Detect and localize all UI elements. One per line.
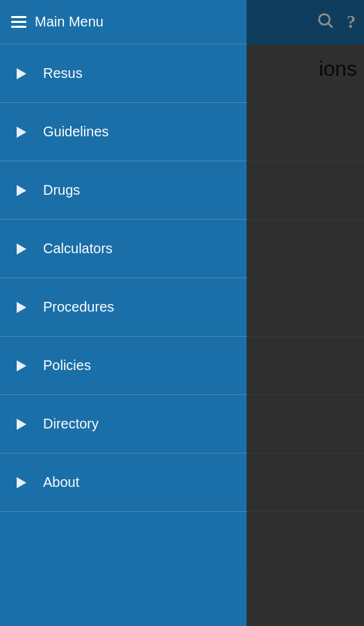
menu-label-guidelines: Guidelines xyxy=(43,124,109,140)
menu-item-policies[interactable]: Policies xyxy=(0,337,247,395)
menu-label-calculators: Calculators xyxy=(43,241,113,257)
arrow-icon-directory xyxy=(17,419,26,430)
menu-label-resus: Resus xyxy=(43,65,83,81)
drawer-title: Main Menu xyxy=(35,14,235,30)
menu-item-guidelines[interactable]: Guidelines xyxy=(0,103,247,161)
menu-label-policies: Policies xyxy=(43,358,91,374)
arrow-icon-drugs xyxy=(17,185,26,196)
drawer-shadow-overlay xyxy=(247,0,364,626)
arrow-icon-procedures xyxy=(17,302,26,313)
arrow-icon-about xyxy=(17,477,26,488)
menu-label-about: About xyxy=(43,474,79,490)
arrow-icon-guidelines xyxy=(17,127,26,138)
menu-item-directory[interactable]: Directory xyxy=(0,395,247,454)
arrow-icon-calculators xyxy=(17,243,26,255)
hamburger-menu-icon[interactable] xyxy=(11,16,26,28)
drawer-header: Main Menu xyxy=(0,0,247,45)
arrow-icon-policies xyxy=(17,360,26,371)
menu-item-resus[interactable]: Resus xyxy=(0,45,247,103)
arrow-icon-resus xyxy=(17,68,26,79)
menu-item-procedures[interactable]: Procedures xyxy=(0,278,247,337)
menu-label-procedures: Procedures xyxy=(43,299,114,315)
menu-list: Resus Guidelines Drugs Calculators Proce… xyxy=(0,45,247,626)
menu-label-drugs: Drugs xyxy=(43,182,80,198)
menu-item-calculators[interactable]: Calculators xyxy=(0,220,247,278)
menu-item-drugs[interactable]: Drugs xyxy=(0,161,247,220)
main-menu-drawer: Main Menu Resus Guidelines Drugs Calcula… xyxy=(0,0,247,626)
menu-item-about[interactable]: About xyxy=(0,454,247,512)
drawer-overlay: Main Menu Resus Guidelines Drugs Calcula… xyxy=(0,0,364,626)
menu-label-directory: Directory xyxy=(43,416,99,432)
